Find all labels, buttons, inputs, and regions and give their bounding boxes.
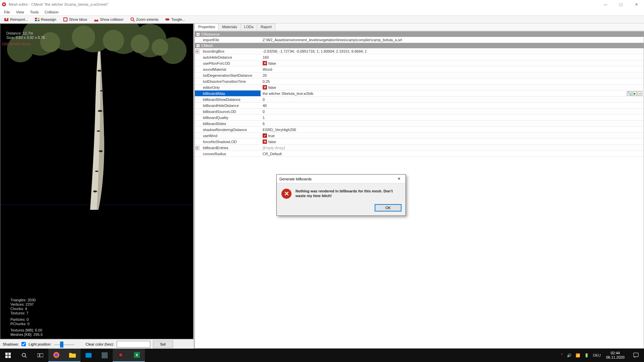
reassign-button[interactable]: Reassign	[32, 16, 60, 23]
window-title: Mesh editor - CMesh "the witcher 3\camp_…	[9, 2, 598, 6]
prop-loddegenerationstartdistance[interactable]: lodDegenerationStartDistance 20	[195, 72, 644, 78]
close-button[interactable]: ✕	[629, 0, 644, 9]
property-grid[interactable]: –CResource importFile Z:\W2_Assets\envir…	[195, 31, 644, 349]
svg-point-31	[152, 39, 168, 56]
prop-billboardsides[interactable]: billboardSides 6	[195, 121, 644, 127]
menu-tools[interactable]: Tools	[27, 9, 41, 15]
reassign-icon	[35, 17, 40, 22]
menu-view[interactable]: View	[13, 9, 27, 15]
svg-rect-43	[102, 352, 108, 358]
clearcolor-input[interactable]	[117, 341, 150, 348]
tab-lods[interactable]: LODs	[240, 23, 257, 31]
tree-render	[0, 24, 193, 339]
svg-rect-39	[40, 354, 43, 357]
prop-forcenoshadowlod[interactable]: forceNoShadowLOD ✕false	[195, 139, 644, 145]
tray-chevron-icon[interactable]: ˄	[561, 353, 563, 358]
svg-point-36	[22, 353, 25, 357]
menu-file[interactable]: File	[1, 9, 13, 15]
svg-rect-42	[86, 353, 92, 358]
shadows-checkbox[interactable]	[21, 342, 26, 346]
prop-billboardatlas[interactable]: billboardAtlas the witcher 3\betula_test…	[195, 90, 644, 97]
prop-billboardsourcelod[interactable]: billboardSourceLOD 0	[195, 109, 644, 115]
taskbar-app1[interactable]	[80, 349, 97, 362]
svg-rect-3	[35, 18, 37, 19]
clear-icon[interactable]: ▱	[638, 91, 642, 96]
svg-rect-32	[5, 353, 8, 355]
maximize-button[interactable]: ▢	[613, 0, 629, 9]
taskbar-firefox[interactable]	[48, 349, 64, 362]
app-icon	[1, 2, 7, 7]
goto-icon[interactable]: ▶	[632, 91, 637, 96]
svg-point-30	[131, 35, 150, 53]
system-tray[interactable]: ˄ 🔊 📶 🔋 DEU	[561, 353, 603, 358]
svg-line-9	[133, 20, 135, 21]
battery-icon[interactable]: 🔋	[584, 353, 589, 358]
prop-soundmaterial[interactable]: soundMaterial Wood	[195, 66, 644, 72]
taskbar: X ˄ 🔊 📶 🔋 DEU 02:44 06.11.2020	[0, 349, 644, 362]
zoom-extents-button[interactable]: Zoom extents	[127, 16, 162, 23]
svg-point-16	[97, 130, 100, 132]
taskbar-clock[interactable]: 02:44 06.11.2020	[603, 351, 628, 360]
svg-rect-6	[38, 18, 40, 19]
tab-materials[interactable]: Materials	[218, 23, 241, 31]
menu-collision[interactable]: Collision	[42, 9, 61, 15]
zoom-icon	[130, 17, 135, 22]
property-tabs: Properties Materials LODs Raport	[195, 23, 644, 31]
taskbar-app2[interactable]	[97, 349, 113, 362]
lang-indicator[interactable]: DEU	[593, 353, 601, 357]
sound-icon[interactable]: 🔊	[567, 353, 572, 358]
taskbar-excel[interactable]: X	[129, 349, 145, 362]
viewport-bottom-controls: Shadows: Light position: Clear color (he…	[0, 339, 194, 349]
x-icon: ✕	[263, 139, 267, 144]
group-cresource[interactable]: –CResource	[195, 32, 644, 37]
taskview-button[interactable]	[32, 349, 48, 362]
show-collision-button[interactable]: Show collision	[91, 16, 127, 23]
minimize-button[interactable]: —	[598, 0, 613, 9]
prop-billboardhidedistance[interactable]: billboardHideDistance 40	[195, 103, 644, 109]
prop-billboardquality[interactable]: billboardQuality 1	[195, 115, 644, 121]
svg-rect-34	[5, 356, 8, 358]
svg-point-1	[3, 4, 5, 5]
svg-rect-5	[35, 20, 37, 21]
prop-autohidedistance[interactable]: autoHideDistance 160	[195, 54, 644, 60]
prop-usewind[interactable]: useWind ✓true	[195, 133, 644, 139]
lightpos-label: Light position:	[29, 342, 51, 346]
svg-point-29	[103, 30, 124, 51]
bbox-icon	[63, 17, 68, 22]
reimport-button[interactable]: Reimport...	[1, 16, 32, 23]
search-icon	[21, 353, 27, 358]
shadows-label: Shadows:	[3, 342, 19, 346]
search-button[interactable]	[16, 349, 32, 362]
lightpos-slider[interactable]	[54, 341, 74, 347]
group-cmesh[interactable]: –CMesh	[195, 43, 644, 48]
prop-editoronly[interactable]: editorOnly ✕false	[195, 84, 644, 90]
toggle-button[interactable]: Toogle...	[162, 16, 189, 23]
prop-loddissolvetransitiontime[interactable]: lodDissolveTransitionTime 0.25	[195, 78, 644, 84]
excel-icon: X	[134, 352, 140, 358]
taskbar-meshapp[interactable]	[113, 349, 129, 362]
set-button[interactable]: Set	[153, 341, 173, 348]
svg-point-13	[97, 70, 101, 72]
collision-icon	[94, 17, 99, 22]
show-bbox-button[interactable]: Show bbox	[60, 16, 91, 23]
notifications-button[interactable]	[628, 349, 644, 362]
viewport-stats: Triangles: 2030 Vertices: 2297 Chunks: 4…	[10, 298, 43, 337]
prop-shadowrenderingdistance[interactable]: shadowRenderingDistance ESRD_VeryHigh200	[195, 127, 644, 133]
prop-billboardentries[interactable]: +billboardEntries [Empty Array]	[195, 145, 644, 151]
app-icon	[86, 353, 92, 358]
tab-properties[interactable]: Properties	[195, 23, 219, 31]
browse-icon[interactable]: 🔍	[627, 91, 632, 96]
taskbar-explorer[interactable]	[64, 349, 80, 362]
svg-rect-33	[8, 353, 11, 355]
prop-billboardshowdistance[interactable]: billboardShowDistance 0	[195, 97, 644, 103]
svg-rect-10	[165, 18, 169, 20]
prop-boundingbox[interactable]: +boundingBox -2.03256; -1.72734; -0.0951…	[195, 48, 644, 54]
wifi-icon[interactable]: 📶	[576, 353, 580, 358]
prop-importfile[interactable]: importFile Z:\W2_Assets\environment_leve…	[195, 37, 644, 43]
titlebar: Mesh editor - CMesh "the witcher 3\camp_…	[0, 0, 644, 9]
start-button[interactable]	[0, 349, 16, 362]
prop-convexradius[interactable]: convexRadius CR_Default	[195, 151, 644, 157]
mesh-viewport[interactable]: Distance: 12.7m Size: 3.63 x 3.92 x 8.76…	[0, 23, 194, 339]
prop-usepitovforlod[interactable]: usePitovForLOD ✕false	[195, 60, 644, 66]
tab-raport[interactable]: Raport	[257, 23, 275, 31]
